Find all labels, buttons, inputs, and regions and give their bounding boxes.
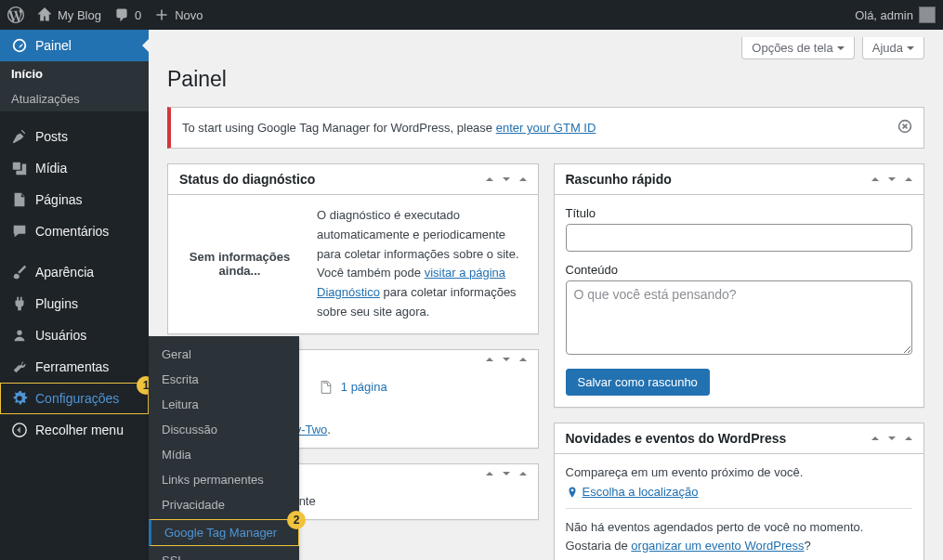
- menu-collapse[interactable]: Recolher menu: [0, 414, 149, 446]
- move-up-icon[interactable]: [871, 177, 879, 181]
- gtm-link[interactable]: enter your GTM ID: [496, 121, 596, 135]
- menu-dashboard[interactable]: Painel: [0, 30, 149, 61]
- choose-location-link[interactable]: Escolha a localização: [566, 485, 913, 499]
- plus-icon: [154, 7, 169, 22]
- dismiss-icon[interactable]: [897, 119, 912, 137]
- title-input[interactable]: [566, 224, 913, 252]
- home-icon: [37, 7, 52, 22]
- avatar: [919, 7, 936, 23]
- media-icon: [11, 160, 28, 176]
- toggle-icon[interactable]: [519, 177, 527, 181]
- move-up-icon[interactable]: [871, 436, 879, 440]
- submenu-updates[interactable]: Atualizações: [0, 86, 149, 111]
- flyout-general[interactable]: Geral: [149, 342, 299, 367]
- move-down-icon[interactable]: [888, 177, 896, 181]
- page-title: Painel: [167, 59, 924, 107]
- user-icon: [11, 327, 28, 344]
- menu-appearance[interactable]: Aparência: [0, 256, 149, 288]
- wp-logo[interactable]: [7, 7, 24, 23]
- site-name[interactable]: My Blog: [37, 7, 101, 22]
- plugin-icon: [11, 295, 28, 312]
- comment-icon: [114, 7, 129, 22]
- new-label: Novo: [175, 8, 203, 22]
- menu-comments[interactable]: Comentários: [0, 215, 149, 247]
- menu-media[interactable]: Mídia: [0, 152, 149, 184]
- move-down-icon[interactable]: [503, 177, 510, 181]
- my-account[interactable]: Olá, admin: [855, 7, 936, 23]
- health-noinfo: Sem informações ainda...: [179, 206, 300, 322]
- greeting: Olá, admin: [855, 8, 913, 22]
- wrench-icon: [11, 358, 28, 375]
- page-icon: [11, 191, 28, 208]
- events-attend: Compareça em um evento próximo de você.: [566, 465, 913, 479]
- quickdraft-box: Rascunho rápido Título Conteúdo Salvar c…: [554, 163, 925, 408]
- site-name-text: My Blog: [58, 8, 101, 22]
- brush-icon: [11, 264, 28, 280]
- menu-tools[interactable]: Ferramentas: [0, 351, 149, 383]
- chevron-down-icon: [907, 46, 914, 50]
- content-label: Conteúdo: [566, 263, 913, 277]
- toggle-icon[interactable]: [519, 472, 527, 475]
- new-content[interactable]: Novo: [154, 7, 203, 22]
- flyout-ssl[interactable]: SSL: [149, 548, 299, 560]
- move-up-icon[interactable]: [486, 177, 493, 181]
- submenu-home[interactable]: Início: [0, 61, 149, 86]
- flyout-gtm[interactable]: Google Tag Manager 2: [149, 519, 299, 546]
- toggle-icon[interactable]: [905, 436, 912, 440]
- toggle-icon[interactable]: [519, 358, 527, 361]
- comments-icon: [11, 223, 28, 240]
- pin-icon: [11, 128, 28, 145]
- settings-flyout: Geral Escrita Leitura Discussão Mídia Li…: [149, 336, 299, 560]
- move-up-icon[interactable]: [486, 472, 493, 475]
- menu-posts[interactable]: Posts: [0, 121, 149, 152]
- organize-event-link[interactable]: organizar um evento WordPress: [631, 539, 804, 553]
- events-title: Novidades e eventos do WordPress: [566, 431, 787, 446]
- chevron-down-icon: [837, 46, 845, 50]
- flyout-writing[interactable]: Escrita: [149, 367, 299, 392]
- menu-pages[interactable]: Páginas: [0, 184, 149, 215]
- title-label: Título: [566, 206, 913, 220]
- flyout-media[interactable]: Mídia: [149, 442, 299, 467]
- flyout-permalinks[interactable]: Links permanentes: [149, 467, 299, 492]
- save-draft-button[interactable]: Salvar como rascunho: [566, 369, 710, 396]
- settings-icon: [11, 390, 28, 407]
- flyout-privacy[interactable]: Privacidade: [149, 492, 299, 517]
- callout-2: 2: [287, 511, 306, 529]
- content-textarea[interactable]: [566, 280, 913, 355]
- move-down-icon[interactable]: [503, 358, 510, 361]
- quickdraft-title: Rascunho rápido: [566, 172, 672, 187]
- toggle-icon[interactable]: [905, 177, 912, 181]
- events-box: Novidades e eventos do WordPress Compare…: [554, 423, 925, 560]
- collapse-icon: [11, 422, 28, 438]
- gtm-notice: To start using Google Tag Manager for Wo…: [167, 107, 924, 149]
- page-icon: [319, 380, 334, 395]
- move-up-icon[interactable]: [486, 358, 493, 361]
- comments-link[interactable]: 0: [114, 7, 141, 22]
- no-events-text: Não há eventos agendados perto de você n…: [566, 508, 913, 554]
- admin-bar: My Blog 0 Novo Olá, admin: [0, 0, 943, 30]
- comments-count: 0: [135, 8, 141, 22]
- move-down-icon[interactable]: [888, 436, 896, 440]
- health-title: Status do diagnóstico: [179, 172, 315, 187]
- flyout-discussion[interactable]: Discussão: [149, 417, 299, 442]
- menu-plugins[interactable]: Plugins: [0, 288, 149, 319]
- health-box: Status do diagnóstico Sem informações ai…: [167, 163, 539, 334]
- menu-settings[interactable]: Configurações 1: [0, 383, 149, 414]
- admin-sidebar: Painel Início Atualizações Posts Mídia P…: [0, 30, 149, 560]
- health-desc: O diagnóstico é executado automaticament…: [317, 206, 527, 322]
- dashboard-icon: [11, 37, 28, 54]
- move-down-icon[interactable]: [503, 472, 510, 475]
- location-icon: [566, 486, 579, 499]
- help-tab[interactable]: Ajuda: [862, 37, 924, 59]
- screen-options-tab[interactable]: Opções de tela: [741, 37, 854, 59]
- flyout-reading[interactable]: Leitura: [149, 392, 299, 417]
- menu-users[interactable]: Usuários: [0, 319, 149, 351]
- dashboard-submenu: Início Atualizações: [0, 61, 149, 111]
